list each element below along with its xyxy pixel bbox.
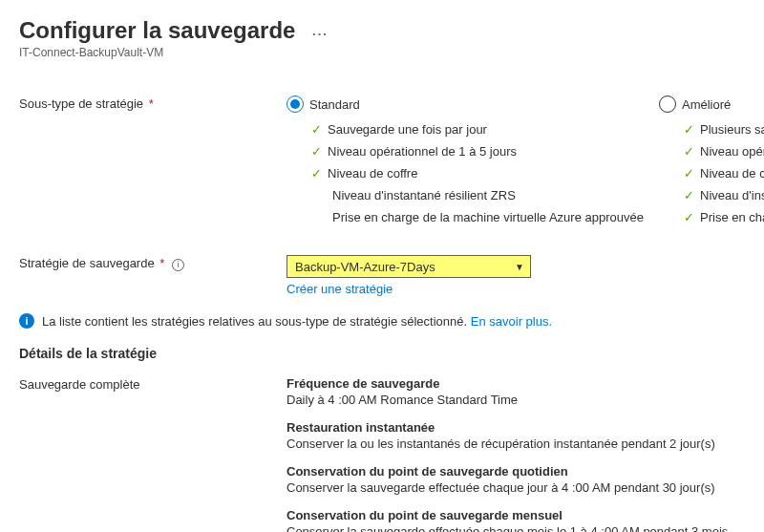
detail-block: Conservation du point de sauvegarde quot… (286, 464, 745, 495)
policy-select[interactable]: Backup-VM-Azure-7Days ▼ (286, 255, 531, 278)
required-asterisk: * (149, 96, 154, 111)
feature-item: ✓Niveau opérationn (684, 144, 764, 159)
detail-body: Daily à 4 :00 AM Romance Standard Time (286, 393, 745, 407)
full-backup-label: Sauvegarde complète (19, 376, 286, 392)
check-icon: ✓ (684, 166, 694, 181)
detail-block: Fréquence de sauvegarde Daily à 4 :00 AM… (286, 376, 745, 407)
feature-text: Prise en charge de la machine virtuelle … (332, 210, 644, 224)
radio-standard-label: Standard (309, 97, 360, 112)
radio-icon-unchecked (659, 96, 676, 113)
policy-label: Stratégie de sauvegarde * i (19, 255, 286, 271)
detail-title: Conservation du point de sauvegarde quot… (286, 464, 745, 479)
detail-title: Conservation du point de sauvegarde mens… (286, 508, 745, 522)
detail-body: Conserver la ou les instantanés de récup… (286, 436, 745, 451)
subtype-label: Sous-type de stratégie * (19, 96, 286, 111)
feature-text: Niveau d'instantan (700, 188, 764, 202)
radio-icon-checked (286, 96, 304, 113)
feature-text: Sauvegarde une fois par jour (328, 122, 487, 137)
feature-text: Niveau de coffre (328, 166, 417, 181)
feature-item: Niveau d'instantané résilient ZRS (311, 188, 659, 202)
chevron-down-icon: ▼ (515, 262, 524, 272)
info-text-body: La liste contient les stratégies relativ… (42, 314, 467, 329)
detail-block: Conservation du point de sauvegarde mens… (286, 508, 745, 532)
detail-title: Fréquence de sauvegarde (286, 376, 745, 391)
detail-title: Restauration instantanée (286, 420, 745, 435)
check-icon: ✓ (684, 210, 694, 224)
feature-text: Niveau d'instantané résilient ZRS (332, 188, 516, 202)
policy-select-value: Backup-VM-Azure-7Days (295, 260, 435, 274)
info-tooltip-icon[interactable]: i (172, 259, 184, 271)
feature-text: Prise en charge de (700, 210, 764, 224)
policy-label-text: Stratégie de sauvegarde (19, 256, 155, 270)
breadcrumb: IT-Connect-BackupVault-VM (19, 46, 745, 59)
feature-item: ✓Niveau de coffre (311, 166, 659, 181)
radio-enhanced[interactable]: Amélioré (659, 96, 764, 113)
feature-item: ✓Prise en charge de (684, 210, 764, 224)
feature-text: Niveau opérationnel de 1 à 5 jours (328, 144, 517, 159)
check-icon: ✓ (684, 188, 694, 202)
check-icon: ✓ (311, 166, 322, 181)
detail-body: Conserver la sauvegarde effectuée chaque… (286, 480, 745, 495)
detail-block: Restauration instantanée Conserver la ou… (286, 420, 745, 451)
feature-text: Niveau de coffre (700, 166, 764, 181)
check-icon: ✓ (311, 144, 322, 159)
detail-body: Conserver la sauvegarde effectuée chaque… (286, 524, 745, 532)
create-policy-link[interactable]: Créer une stratégie (286, 282, 393, 296)
feature-text: Niveau opérationn (700, 144, 764, 159)
radio-standard[interactable]: Standard (286, 96, 659, 113)
feature-item: ✓Plusieurs sauvegar (684, 122, 764, 137)
radio-enhanced-label: Amélioré (682, 97, 731, 112)
info-text: La liste contient les stratégies relativ… (42, 314, 552, 329)
learn-more-link[interactable]: En savoir plus. (471, 314, 552, 329)
subtype-label-text: Sous-type de stratégie (19, 96, 143, 111)
feature-item: Prise en charge de la machine virtuelle … (311, 210, 659, 224)
required-asterisk: * (159, 256, 164, 270)
check-icon: ✓ (311, 122, 322, 137)
feature-item: ✓Sauvegarde une fois par jour (311, 122, 659, 137)
check-icon: ✓ (684, 144, 694, 159)
check-icon: ✓ (684, 122, 694, 137)
feature-item: ✓Niveau opérationnel de 1 à 5 jours (311, 144, 659, 159)
feature-item: ✓Niveau d'instantan (684, 188, 764, 202)
details-section-title: Détails de la stratégie (19, 346, 745, 361)
feature-item: ✓Niveau de coffre (684, 166, 764, 181)
more-menu-icon[interactable]: ··· (312, 27, 329, 41)
info-icon: i (19, 313, 34, 329)
page-title: Configurer la sauvegarde (19, 17, 295, 44)
feature-text: Plusieurs sauvegar (700, 122, 764, 137)
